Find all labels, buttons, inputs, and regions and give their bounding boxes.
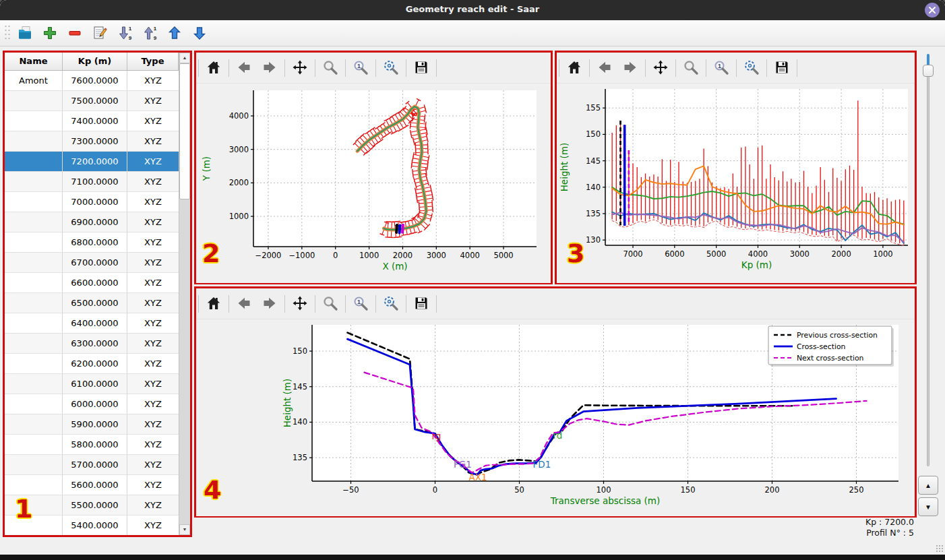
- svg-text:−50: −50: [342, 485, 359, 495]
- profile-plot-toolbar: 1: [557, 53, 915, 84]
- save-button[interactable]: [411, 58, 431, 78]
- remove-icon: [67, 25, 84, 41]
- table-row[interactable]: 7000.0000XYZ: [5, 192, 179, 212]
- svg-text:200: 200: [765, 485, 780, 495]
- zoom-fit-button[interactable]: [381, 58, 401, 78]
- slider-groove: [927, 54, 929, 466]
- table-row[interactable]: 7400.0000XYZ: [5, 111, 179, 131]
- longitudinal-profile-chart[interactable]: 7000600050004000300020001000130135140145…: [557, 84, 915, 283]
- cell-kp: 6700.0000: [63, 253, 127, 273]
- table-row[interactable]: 7500.0000XYZ: [5, 91, 179, 111]
- profile-up-button[interactable]: ▲: [918, 476, 938, 495]
- remove-button[interactable]: [66, 24, 85, 42]
- home-button[interactable]: [204, 58, 224, 78]
- cell-kp: 6100.0000: [63, 374, 127, 394]
- zoom-fit-button[interactable]: [741, 58, 762, 78]
- move-down-button[interactable]: [191, 24, 210, 42]
- cell-type: XYZ: [127, 152, 179, 172]
- back-button[interactable]: [234, 294, 254, 314]
- scroll-up-button[interactable]: ▲: [179, 53, 190, 63]
- cell-type: XYZ: [127, 232, 179, 253]
- table-row[interactable]: 5800.0000XYZ: [5, 435, 179, 455]
- table-row[interactable]: 6200.0000XYZ: [5, 354, 179, 374]
- pan-button[interactable]: [650, 58, 671, 78]
- forward-button[interactable]: [620, 58, 640, 78]
- table-scrollbar[interactable]: ▲ ▼: [179, 53, 190, 535]
- slider-handle[interactable]: [923, 65, 934, 77]
- cell-name: [5, 152, 63, 172]
- back-button[interactable]: [234, 58, 254, 78]
- table-row-selected[interactable]: 7200.0000XYZ: [5, 152, 179, 172]
- svg-text:1: 1: [718, 62, 721, 69]
- move-up-button[interactable]: [166, 24, 185, 42]
- column-header-kp-m[interactable]: Kp (m): [63, 53, 127, 70]
- table-row[interactable]: 6300.0000XYZ: [5, 334, 179, 354]
- cell-name: Amont: [5, 71, 63, 91]
- table-row[interactable]: 6600.0000XYZ: [5, 273, 179, 293]
- save-button[interactable]: [772, 58, 792, 78]
- open-button[interactable]: [16, 24, 35, 42]
- titlebar[interactable]: Geometry reach edit - Saar: [0, 0, 945, 20]
- forward-button[interactable]: [260, 294, 280, 314]
- table-row[interactable]: 7100.0000XYZ: [5, 172, 179, 192]
- forward-button[interactable]: [260, 58, 280, 78]
- zoom-button[interactable]: [320, 58, 340, 78]
- toolbar-separator: [436, 295, 437, 313]
- zoom-button[interactable]: [681, 58, 701, 78]
- annotation-rd: rd: [553, 430, 563, 441]
- add-button[interactable]: [41, 24, 60, 42]
- table-row[interactable]: 5600.0000XYZ: [5, 475, 179, 495]
- cross-section-chart[interactable]: −50050100150200250135140145150Transverse…: [196, 319, 915, 516]
- pan-button[interactable]: [290, 294, 310, 314]
- y-axis-label: Y (m): [201, 156, 212, 181]
- edit-button[interactable]: [91, 24, 110, 42]
- home-button[interactable]: [564, 58, 584, 78]
- zoom-one-button[interactable]: 1: [350, 294, 371, 314]
- toolbar-separator: [375, 59, 376, 77]
- scroll-down-button[interactable]: ▼: [179, 524, 190, 535]
- app-window: Geometry reach edit - Saar 1919 NameKp (…: [0, 0, 945, 560]
- x-axis-label: Kp (m): [741, 259, 772, 270]
- plan-view-chart[interactable]: −2000−1000010002000300040005000100020003…: [196, 84, 551, 283]
- cell-type: XYZ: [127, 394, 179, 414]
- cell-name: [5, 334, 63, 354]
- table-row[interactable]: 6000.0000XYZ: [5, 394, 179, 414]
- home-icon: [206, 303, 222, 313]
- table-row[interactable]: 6700.0000XYZ: [5, 253, 179, 273]
- table-row[interactable]: 6500.0000XYZ: [5, 293, 179, 313]
- home-button[interactable]: [204, 294, 224, 314]
- close-button[interactable]: [925, 3, 940, 18]
- toolbar-separator: [345, 295, 346, 313]
- annotation-FG1: FG1: [454, 459, 472, 470]
- table-row[interactable]: 6400.0000XYZ: [5, 313, 179, 334]
- pan-button[interactable]: [290, 58, 310, 78]
- profile-position-slider[interactable]: [923, 54, 934, 466]
- back-button[interactable]: [595, 58, 615, 78]
- zoom-button[interactable]: [320, 294, 340, 314]
- zoom-one-button[interactable]: 1: [350, 58, 371, 78]
- move-up-icon: [166, 25, 184, 41]
- table-row[interactable]: 5900.0000XYZ: [5, 414, 179, 435]
- scrollbar-thumb[interactable]: [179, 63, 190, 199]
- table-row[interactable]: 7300.0000XYZ: [5, 131, 179, 152]
- zoom-fit-button[interactable]: [381, 294, 401, 314]
- profile-down-button[interactable]: ▼: [918, 497, 938, 516]
- resize-grip[interactable]: [936, 545, 944, 553]
- toolbar-drag-handle[interactable]: [4, 24, 11, 42]
- save-button[interactable]: [411, 294, 431, 314]
- table-row[interactable]: 6900.0000XYZ: [5, 212, 179, 232]
- svg-text:5000: 5000: [493, 251, 513, 260]
- cell-type: XYZ: [127, 435, 179, 455]
- table-row[interactable]: 6100.0000XYZ: [5, 374, 179, 394]
- column-header-type[interactable]: Type: [127, 53, 179, 70]
- table-row[interactable]: 5700.0000XYZ: [5, 455, 179, 475]
- column-header-name[interactable]: Name: [5, 53, 63, 70]
- table-row[interactable]: 6800.0000XYZ: [5, 232, 179, 253]
- zoom-one-button[interactable]: 1: [711, 58, 731, 78]
- table-row[interactable]: Amont7600.0000XYZ: [5, 71, 179, 91]
- sort-ascending-button[interactable]: 19: [116, 24, 135, 42]
- cell-name: [5, 91, 63, 111]
- sort-descending-button[interactable]: 19: [141, 24, 160, 42]
- zoom-one-icon: 1: [713, 67, 729, 77]
- forward-icon: [622, 67, 638, 77]
